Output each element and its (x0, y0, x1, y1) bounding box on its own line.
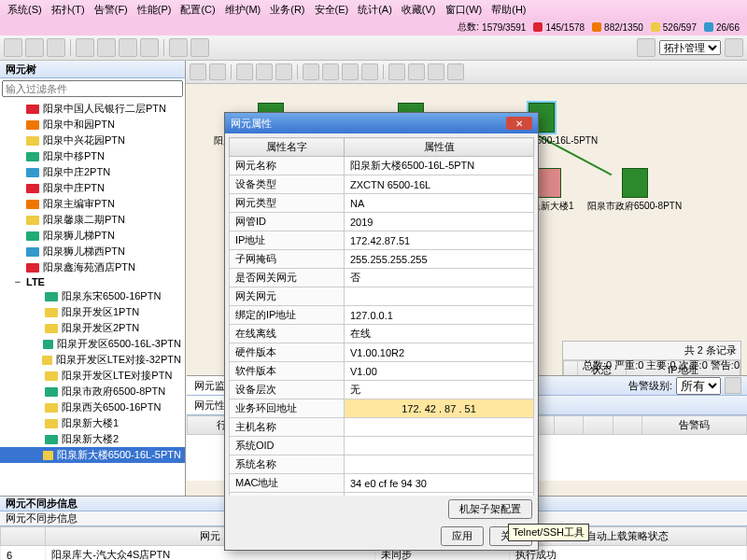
tree-item[interactable]: 阳泉开发区2PTN (0, 320, 185, 336)
toolbar-icon[interactable] (725, 377, 741, 394)
property-row[interactable]: 设备类型ZXCTN 6500-16L (230, 175, 534, 194)
properties-table: 属性名字属性值 网元名称阳泉新大楼6500-16L-5PTN设备类型ZXCTN … (229, 137, 534, 496)
menu-item[interactable]: 收藏(V) (398, 3, 440, 17)
toolbar-icon[interactable] (388, 63, 405, 80)
property-row[interactable]: 是否网关网元否 (230, 269, 534, 287)
menu-item[interactable]: 窗口(W) (442, 3, 486, 17)
ne-tree-tab[interactable]: 网元树 (0, 61, 185, 78)
apply-button[interactable]: 应用 (441, 526, 484, 544)
menu-item[interactable]: 维护(M) (221, 3, 265, 17)
property-row[interactable]: 主机名称 (230, 418, 534, 437)
close-icon[interactable]: ✕ (506, 117, 532, 130)
minor-count: 526/597 (663, 22, 697, 33)
property-row[interactable]: 网管ID2019 (230, 213, 534, 231)
toolbar-icon[interactable] (190, 38, 209, 57)
total-count: 1579/3591 (482, 22, 526, 33)
tree-item[interactable]: 阳泉市政府6500-8PTN (0, 384, 185, 399)
toolbar-icon[interactable] (25, 38, 44, 57)
tree-item[interactable]: 阳泉开发区6500-16L-3PTN (0, 336, 185, 352)
property-row[interactable]: 业务环回地址172. 42 . 87 . 51 (230, 399, 534, 418)
property-row[interactable]: 硬件版本V1.00.10R2 (230, 343, 534, 362)
topo-node[interactable]: 阳泉市政府6500-8PTN (587, 168, 682, 213)
tree-item[interactable]: 阳泉狮儿梯PTN (0, 228, 185, 244)
major-dot (592, 22, 601, 32)
toolbar-icon[interactable] (209, 63, 226, 80)
rack-config-button[interactable]: 机架子架配置 (448, 499, 532, 519)
property-row[interactable]: 子网掩码255.255.255.255 (230, 250, 534, 269)
minor-dot (651, 22, 660, 32)
alarm-level-label: 告警级别: (628, 379, 672, 393)
menu-item[interactable]: 告警(F) (91, 3, 132, 17)
toolbar-icon[interactable] (303, 63, 319, 80)
toolbar-icon[interactable] (361, 63, 378, 80)
property-row[interactable]: 设备层次无 (230, 381, 534, 399)
property-row[interactable]: 网元名称阳泉新大楼6500-16L-5PTN (230, 157, 534, 175)
tree-item[interactable]: 阳泉中国人民银行二层PTN (0, 101, 185, 117)
toolbar-icon[interactable] (4, 38, 22, 57)
menu-item[interactable]: 安全(E) (311, 3, 353, 17)
property-row[interactable]: IP地址172.42.87.51 (230, 231, 534, 250)
tree-group-lte[interactable]: −LTE (0, 275, 185, 288)
toolbar-icon[interactable] (428, 63, 444, 80)
toolbar-icon[interactable] (169, 38, 188, 57)
property-row[interactable]: 软件版本V1.00 (230, 362, 534, 381)
dialog-titlebar[interactable]: 网元属性 ✕ (225, 113, 538, 133)
menu-item[interactable]: 系统(S) (4, 3, 46, 17)
tree-item[interactable]: 阳泉新大楼6500-16L-5PTN (0, 447, 185, 463)
tree-item[interactable]: 阳泉中庄2PTN (0, 164, 185, 180)
ne-properties-dialog: 网元属性 ✕ 属性名字属性值 网元名称阳泉新大楼6500-16L-5PTN设备类… (224, 112, 539, 544)
tree-item[interactable]: 阳泉新大楼1 (0, 415, 185, 431)
zoom-icon[interactable] (275, 63, 292, 80)
tree-item[interactable]: 阳泉主编审PTN (0, 196, 185, 212)
toolbar-icon[interactable] (725, 38, 743, 57)
menu-item[interactable]: 配置(C) (176, 3, 218, 17)
property-row[interactable]: 网关网元 (230, 287, 534, 306)
menu-item[interactable]: 业务(R) (266, 3, 308, 17)
tree-item[interactable]: 阳泉狮儿梯西PTN (0, 244, 185, 259)
dialog-title: 网元属性 (231, 117, 272, 131)
tree-item[interactable]: 阳泉馨康二期PTN (0, 212, 185, 228)
tree-item[interactable]: 阳泉开发区LTE对接PTN (0, 368, 185, 384)
tree-item[interactable]: 阳泉东宋6500-16PTN (0, 288, 185, 304)
critical-count: 145/1578 (545, 22, 585, 33)
tree-item[interactable]: 阳泉开发区LTE对接-32PTN (0, 352, 185, 368)
menu-item[interactable]: 统计(A) (354, 3, 396, 17)
zoom-icon[interactable] (236, 63, 253, 80)
ne-tree[interactable]: 阳泉中国人民银行二层PTN阳泉中和园PTN阳泉中兴花园PTN阳泉中移PTN阳泉中… (0, 99, 185, 544)
zoom-icon[interactable] (256, 63, 273, 80)
tree-filter-input[interactable] (2, 80, 183, 97)
menu-item[interactable]: 拓扑(T) (48, 3, 89, 17)
property-row[interactable]: 在线离线在线 (230, 325, 534, 343)
tree-item[interactable]: 阳泉新大楼2 (0, 431, 185, 447)
tree-item[interactable]: 阳泉中庄PTN (0, 180, 185, 196)
tree-item[interactable]: 阳泉开发区1PTN (0, 304, 185, 320)
tree-item[interactable]: 阳泉中和园PTN (0, 117, 185, 133)
property-row[interactable]: 系统OID (230, 437, 534, 455)
toolbar-icon[interactable] (408, 63, 425, 80)
alarm-level-select[interactable]: 所有 (676, 377, 721, 395)
tree-item[interactable]: 阳泉中兴花园PTN (0, 133, 185, 148)
toolbar-icon[interactable] (637, 38, 655, 57)
toolbar-icon[interactable] (447, 63, 464, 80)
toolbar-icon[interactable] (322, 63, 339, 80)
main-toolbar: 拓扑管理 (0, 35, 747, 61)
toolbar-icon[interactable] (97, 38, 116, 57)
menu-item[interactable]: 性能(P) (134, 3, 176, 17)
toolbar-icon[interactable] (47, 38, 65, 57)
toolbar-icon[interactable] (76, 38, 94, 57)
toolbar-icon[interactable] (119, 38, 137, 57)
toolbar-icon[interactable] (342, 63, 359, 80)
toolbar-icon[interactable] (190, 63, 206, 80)
view-select[interactable]: 拓扑管理 (659, 40, 721, 55)
menu-item[interactable]: 帮助(H) (487, 3, 529, 17)
topo-toolbar (186, 61, 747, 84)
tree-item[interactable]: 阳泉鑫海苑酒店PTN (0, 259, 185, 275)
alarm-summary: 总数:0 严重:0 主要:0 次要:0 警告:0 (583, 358, 740, 372)
property-row[interactable]: 网元类型NA (230, 194, 534, 213)
property-row[interactable]: 绑定的IP地址127.0.0.1 (230, 306, 534, 325)
tree-item[interactable]: 阳泉中移PTN (0, 148, 185, 164)
property-row[interactable]: 系统名称 (230, 455, 534, 474)
toolbar-icon[interactable] (140, 38, 159, 57)
property-row[interactable]: MAC地址34 e0 cf fe 94 30 (230, 474, 534, 493)
tree-item[interactable]: 阳泉西关6500-16PTN (0, 399, 185, 415)
